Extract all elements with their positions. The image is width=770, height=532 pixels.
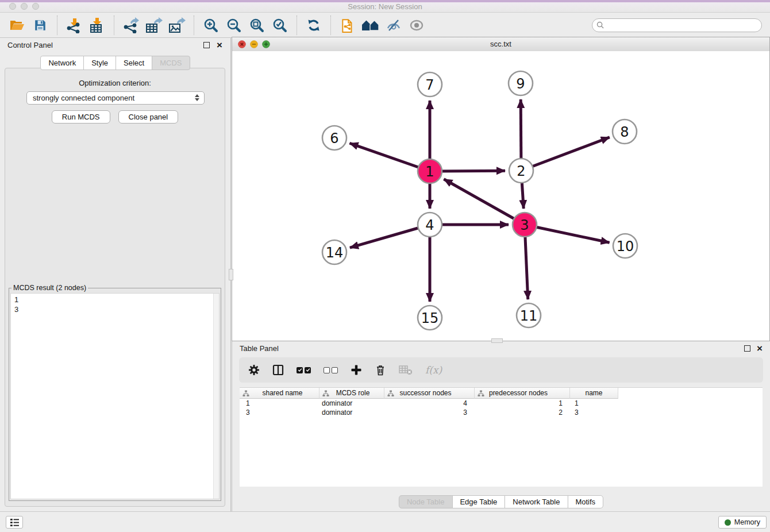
result-scrollbar[interactable]: [213, 294, 219, 499]
import-network-button[interactable]: [65, 15, 83, 36]
cell-predecessor-nodes: 2: [475, 408, 570, 417]
tab-network[interactable]: Network: [40, 56, 84, 70]
refresh-icon: [307, 18, 321, 32]
control-panel-header: Control Panel ×: [0, 38, 230, 53]
cyndex-button[interactable]: [338, 15, 357, 36]
column-header-mcds-role[interactable]: MCDS role: [319, 388, 384, 399]
network-canvas[interactable]: 1234678910111415: [232, 51, 769, 341]
graph-edge-3-1[interactable]: [444, 179, 525, 225]
close-panel-button[interactable]: Close panel: [118, 110, 179, 124]
float-table-panel-icon[interactable]: [744, 345, 750, 352]
paired-houses-button[interactable]: [361, 15, 380, 36]
zoom-fit-icon: [249, 18, 264, 33]
graph-edge-3-10[interactable]: [525, 225, 610, 242]
table-row[interactable]: 3 dominator 3 2 3: [240, 408, 763, 417]
toolbar-search: [592, 18, 762, 32]
list-icon: [10, 518, 20, 527]
mcds-result-line: 3: [14, 304, 215, 314]
search-input[interactable]: [592, 18, 762, 32]
task-history-button[interactable]: [6, 516, 23, 529]
close-table-panel-icon[interactable]: ×: [757, 342, 763, 355]
close-panel-icon[interactable]: ×: [217, 39, 222, 52]
export-table-button[interactable]: [145, 15, 163, 36]
column-header-successor-nodes[interactable]: successor nodes: [384, 388, 475, 399]
control-panel: Control Panel × Network Style Select MCD…: [0, 38, 231, 511]
table-panel-title: Table Panel: [240, 344, 279, 353]
zoom-fit-button[interactable]: [248, 15, 266, 36]
column-header-shared-name[interactable]: shared name: [240, 388, 319, 399]
table-row[interactable]: 1 dominator 4 1 1: [240, 399, 763, 408]
tab-network-table[interactable]: Network Table: [505, 495, 568, 508]
import-table-button[interactable]: [88, 15, 106, 36]
graph-node-label-3: 3: [520, 217, 529, 233]
table-panel-header: Table Panel ×: [232, 341, 770, 356]
show-elements-button[interactable]: [407, 15, 426, 36]
eye-slash-icon: [386, 18, 401, 32]
mcds-result-title: MCDS result (2 nodes): [11, 284, 88, 292]
delete-table-button[interactable]: [399, 365, 413, 375]
cell-predecessor-nodes: 1: [475, 399, 570, 407]
gear-icon: [248, 364, 260, 376]
select-all-columns-button[interactable]: [297, 367, 311, 373]
vertical-splitter-handle[interactable]: [229, 269, 233, 280]
mcds-result-box[interactable]: 1 3: [10, 293, 220, 499]
export-image-button[interactable]: [168, 15, 186, 36]
app-title: Session: New Session: [0, 2, 770, 11]
column-header-name[interactable]: name: [570, 388, 618, 399]
float-panel-icon[interactable]: [203, 42, 210, 48]
zoom-selected-button[interactable]: [271, 15, 289, 36]
table-settings-button[interactable]: [248, 364, 260, 376]
network-graph: 1234678910111415: [232, 51, 769, 341]
node-table: shared name MCDS role successor nodes: [240, 387, 763, 487]
graph-edge-2-8[interactable]: [521, 137, 610, 171]
horizontal-splitter-handle[interactable]: [491, 338, 503, 343]
run-mcds-button[interactable]: Run MCDS: [52, 110, 110, 124]
show-column-panel-button[interactable]: [272, 364, 284, 376]
zoom-out-button[interactable]: [225, 15, 243, 36]
cell-shared-name: 1: [240, 399, 319, 407]
graph-node-label-8: 8: [620, 124, 629, 140]
network-window-titlebar[interactable]: scc.txt: [232, 37, 769, 52]
tab-mcds[interactable]: MCDS: [152, 56, 190, 70]
delete-column-button[interactable]: [375, 364, 386, 376]
import-table-icon: [89, 17, 105, 33]
export-network-icon: [123, 17, 139, 33]
toolbar-separator: [297, 16, 297, 35]
graph-node-label-7: 7: [425, 77, 434, 93]
function-builder-button[interactable]: f(x): [425, 364, 442, 376]
column-header-predecessor-nodes[interactable]: predecessor nodes: [475, 388, 570, 399]
column-type-icon: [387, 390, 394, 397]
memory-label: Memory: [734, 518, 760, 526]
tab-node-table[interactable]: Node Table: [399, 495, 453, 508]
criterion-select[interactable]: strongly connected component: [26, 91, 205, 105]
cell-successor-nodes: 3: [384, 408, 475, 417]
column-type-icon: [322, 390, 329, 397]
mcds-result-fieldset: MCDS result (2 nodes) 1 3: [9, 284, 221, 501]
graph-node-label-11: 11: [520, 308, 538, 324]
hide-elements-button[interactable]: [384, 15, 403, 36]
graph-node-label-1: 1: [425, 164, 434, 180]
optimization-criterion-label: Optimization criterion:: [5, 79, 225, 87]
cell-name: 1: [570, 399, 618, 407]
tab-motifs[interactable]: Motifs: [567, 495, 603, 508]
network-document-icon: [341, 18, 355, 33]
memory-button[interactable]: Memory: [718, 516, 767, 529]
tab-select[interactable]: Select: [116, 56, 152, 70]
tab-style[interactable]: Style: [83, 56, 116, 70]
mcds-action-buttons: Run MCDS Close panel: [5, 110, 225, 124]
tab-edge-table[interactable]: Edge Table: [452, 495, 505, 508]
graph-node-label-14: 14: [326, 245, 344, 261]
add-column-button[interactable]: [351, 364, 362, 376]
mcds-result-line: 1: [14, 295, 215, 304]
export-network-button[interactable]: [122, 15, 140, 36]
zoom-in-button[interactable]: [202, 15, 220, 36]
status-bar: Memory: [0, 511, 770, 532]
unselect-all-columns-button[interactable]: [324, 367, 338, 373]
save-session-button[interactable]: [31, 15, 49, 36]
table-toolbar: f(x): [239, 357, 763, 383]
checked-box-icon: [297, 367, 303, 373]
open-session-button[interactable]: [8, 15, 26, 36]
app-titlebar: Session: New Session: [0, 0, 770, 13]
trash-icon: [375, 364, 386, 376]
refresh-view-button[interactable]: [305, 15, 323, 36]
